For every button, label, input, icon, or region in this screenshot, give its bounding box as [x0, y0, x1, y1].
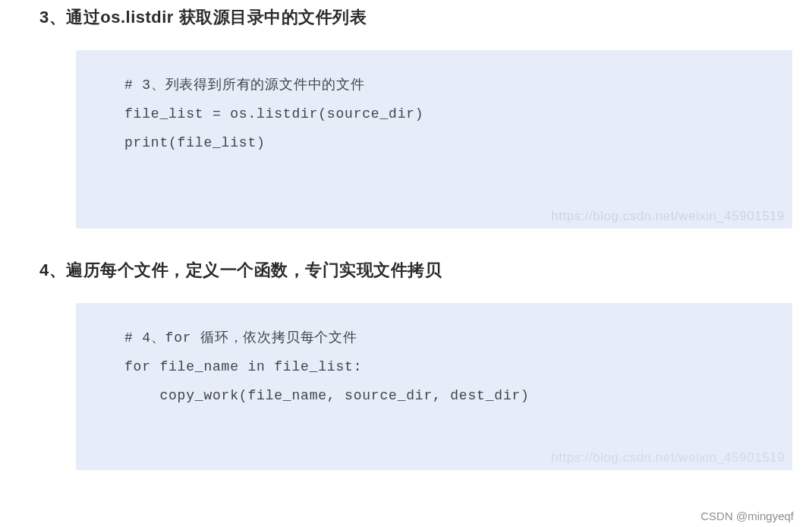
- code-line: # 3、列表得到所有的源文件中的文件: [124, 71, 792, 100]
- code-block-4: # 4、for 循环，依次拷贝每个文件 for file_name in fil…: [76, 303, 792, 470]
- watermark-text: https://blog.csdn.net/weixin_45901519: [551, 450, 785, 465]
- code-line: print(file_list): [124, 129, 792, 158]
- code-block-3: # 3、列表得到所有的源文件中的文件 file_list = os.listdi…: [76, 50, 792, 229]
- footer-watermark: CSDN @mingyeqf: [700, 510, 794, 522]
- code-line: file_list = os.listdir(source_dir): [124, 100, 792, 129]
- section-heading-4: 4、遍历每个文件，定义一个函数，专门实现文件拷贝: [39, 259, 812, 282]
- section-heading-3: 3、通过os.listdir 获取源目录中的文件列表: [39, 6, 812, 29]
- watermark-text: https://blog.csdn.net/weixin_45901519: [551, 209, 785, 224]
- code-line: # 4、for 循环，依次拷贝每个文件: [124, 324, 792, 353]
- code-line: for file_name in file_list:: [124, 353, 792, 382]
- code-line: copy_work(file_name, source_dir, dest_di…: [124, 382, 792, 411]
